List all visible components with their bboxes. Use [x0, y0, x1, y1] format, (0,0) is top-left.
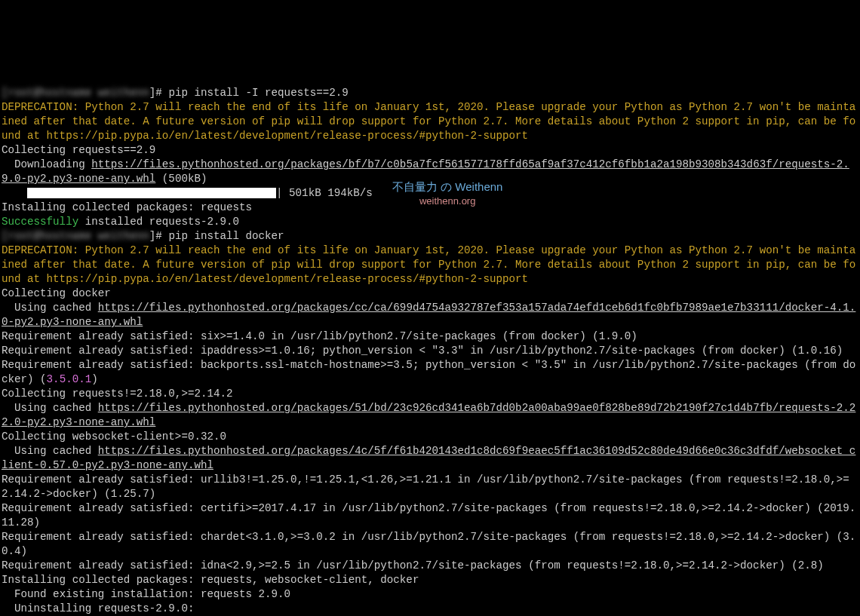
cache-url-3: https://files.pythonhosted.org/packages/… [2, 445, 855, 471]
uninstalling: Uninstalling requests-2.9.0: [2, 602, 194, 614]
progress-line: | 501kB 194kB/s [2, 187, 373, 199]
collecting-websocket: Collecting websocket-client>=0.32.0 [2, 431, 226, 443]
success-1: Successfully installed requests-2.9.0 [2, 216, 239, 228]
cache-url-2: https://files.pythonhosted.org/packages/… [2, 402, 855, 428]
watermark: 不自量力 の Weithenn weithenn.org [392, 180, 502, 208]
deprecation-warning-2: DEPRECATION: Python 2.7 will reach the e… [2, 244, 855, 285]
cache-line-1: Using cached https://files.pythonhosted.… [2, 302, 855, 328]
progress-bar [27, 188, 276, 198]
watermark-line-2: weithenn.org [419, 195, 475, 207]
req-ipaddress: Requirement already satisfied: ipaddress… [2, 345, 843, 357]
installing-1: Installing collected packages: requests [2, 201, 252, 213]
cache-url-1: https://files.pythonhosted.org/packages/… [2, 302, 855, 328]
deprecation-warning-1: DEPRECATION: Python 2.7 will reach the e… [2, 101, 855, 142]
download-line-1: Downloading https://files.pythonhosted.o… [2, 158, 849, 185]
collecting-requests: Collecting requests==2.9 [2, 144, 155, 156]
req-six: Requirement already satisfied: six>=1.4.… [2, 330, 637, 342]
req-chardet: Requirement already satisfied: chardet<3… [2, 531, 855, 557]
req-idna: Requirement already satisfied: idna<2.9,… [2, 559, 824, 572]
found-existing: Found existing installation: requests 2.… [2, 588, 290, 600]
req-urllib3: Requirement already satisfied: urllib3!=… [2, 473, 849, 500]
terminal-output[interactable]: [root@hostname weithenn]# pip install -I… [0, 72, 860, 616]
cache-line-3: Using cached https://files.pythonhosted.… [2, 445, 855, 471]
collecting-requests-2: Collecting requests!=2.18.0,>=2.14.2 [2, 388, 233, 400]
prompt-line-2: [root@hostname weithenn]# pip install do… [2, 230, 284, 242]
command-2: pip install docker [168, 230, 284, 242]
req-backports: Requirement already satisfied: backports… [2, 359, 855, 385]
download-url-1: https://files.pythonhosted.org/packages/… [2, 158, 849, 185]
collecting-docker: Collecting docker [2, 287, 111, 299]
command-1: pip install -I requests==2.9 [168, 87, 348, 99]
version-magenta: 3.5.0.1 [47, 373, 92, 385]
watermark-line-1: 不自量力 の Weithenn [392, 180, 502, 193]
hostname-blurred-2: [root@hostname weithenn [2, 230, 149, 242]
installing-2: Installing collected packages: requests,… [2, 574, 419, 586]
hostname-blurred: [root@hostname weithenn [2, 87, 149, 99]
cache-line-2: Using cached https://files.pythonhosted.… [2, 402, 855, 428]
req-certifi: Requirement already satisfied: certifi>=… [2, 502, 855, 529]
prompt-line-1: [root@hostname weithenn]# pip install -I… [2, 87, 349, 99]
